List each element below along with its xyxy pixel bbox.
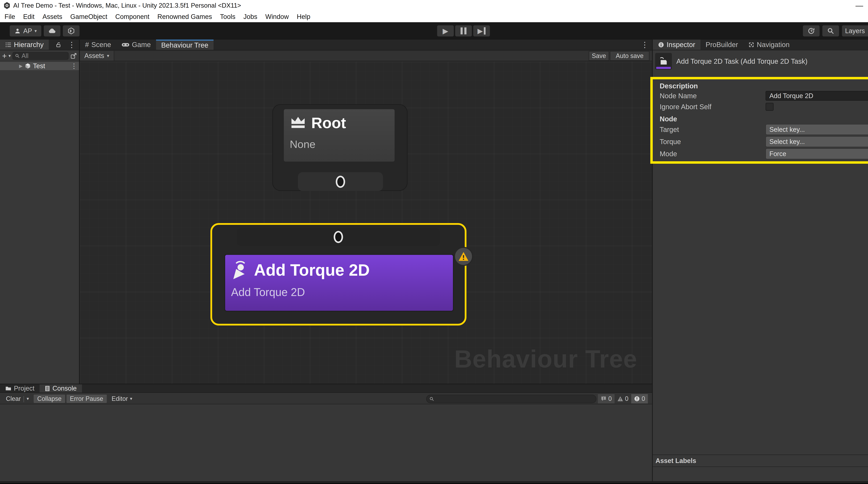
hierarchy-search-input[interactable]: All xyxy=(12,52,69,60)
task-input-port[interactable] xyxy=(334,231,343,243)
node-name-input[interactable] xyxy=(766,91,868,101)
node-section-header: Node xyxy=(660,115,868,123)
graph-tabstrip: # Scene Game Behaviour Tree ⋮ xyxy=(80,39,652,50)
navigation-icon xyxy=(748,42,754,48)
menu-file[interactable]: File xyxy=(4,13,15,21)
tab-navigation[interactable]: Navigation xyxy=(743,39,795,50)
menu-gameobject[interactable]: GameObject xyxy=(70,13,107,21)
root-node-title: Root xyxy=(311,114,346,132)
save-button[interactable]: Save xyxy=(589,52,609,60)
tab-project-label: Project xyxy=(14,385,34,392)
account-dropdown[interactable]: AP ▾ xyxy=(10,25,41,36)
torque-key-dropdown[interactable]: Select key... ▾ xyxy=(766,136,868,147)
warning-count-toggle[interactable]: 0 xyxy=(615,394,631,403)
chevron-down-icon[interactable]: ▾ xyxy=(8,53,11,59)
asset-labels-header[interactable]: Asset Labels xyxy=(653,454,868,467)
info-bubble-icon xyxy=(601,396,607,402)
menu-window[interactable]: Window xyxy=(265,13,289,21)
kebab-menu-icon[interactable]: ⋮ xyxy=(71,63,77,69)
tab-hierarchy[interactable]: Hierarchy xyxy=(0,39,49,50)
editor-dropdown[interactable]: Editor ▾ xyxy=(108,395,136,403)
tab-game[interactable]: Game xyxy=(116,39,156,50)
clear-button[interactable]: Clear | ▾ xyxy=(2,395,32,403)
error-count: 0 xyxy=(642,395,645,402)
error-circle-icon xyxy=(634,396,640,402)
ignore-abort-checkbox[interactable] xyxy=(766,103,774,111)
cloud-services-button[interactable] xyxy=(44,25,60,36)
pause-button[interactable] xyxy=(455,25,472,36)
window-controls: — ✕ xyxy=(846,0,868,11)
target-key-dropdown[interactable]: Select key... ▾ xyxy=(766,124,868,135)
menu-tools[interactable]: Tools xyxy=(220,13,236,21)
inspector-tabstrip: Inspector ProBuilder Navigation ⋮ xyxy=(653,39,868,50)
mode-dropdown[interactable]: Force ▾ xyxy=(766,148,868,159)
assets-menu-button[interactable]: Assets ▾ xyxy=(80,51,115,61)
node-name-label: Node Name xyxy=(660,92,766,100)
tab-scene[interactable]: # Scene xyxy=(80,39,116,50)
search-icon xyxy=(429,396,434,401)
tab-probuilder[interactable]: ProBuilder xyxy=(701,39,743,50)
chevron-down-icon: ▾ xyxy=(130,396,132,401)
hierarchy-tabstrip: Hierarchy ⋮ xyxy=(0,39,79,50)
add-torque-2d-node[interactable]: Add Torque 2D Add Torque 2D xyxy=(210,223,466,326)
autosave-button[interactable]: Auto save xyxy=(610,52,649,60)
history-clock-icon xyxy=(807,27,815,35)
kebab-menu-icon[interactable]: ⋮ xyxy=(641,41,649,49)
inspector-header: Add Torque 2D Task (Add Torque 2D Task) … xyxy=(653,51,868,72)
search-button[interactable] xyxy=(823,25,839,36)
step-button[interactable]: ▶ xyxy=(473,25,490,36)
collapse-button[interactable]: Collapse xyxy=(34,395,65,403)
play-button[interactable]: ▶ xyxy=(437,25,454,36)
console-search-input[interactable] xyxy=(426,395,596,403)
hierarchy-item-test[interactable]: ▶ Test ⋮ xyxy=(0,62,79,70)
tab-console[interactable]: Console xyxy=(39,384,82,393)
inspector-panel: Inspector ProBuilder Navigation ⋮ xyxy=(653,39,868,481)
tab-inspector-label: Inspector xyxy=(666,41,695,49)
tab-console-label: Console xyxy=(53,385,76,392)
menu-jobs[interactable]: Jobs xyxy=(243,13,257,21)
mode-label: Mode xyxy=(660,150,766,158)
tab-navigation-label: Navigation xyxy=(757,41,789,49)
menu-assets[interactable]: Assets xyxy=(42,13,62,21)
person-icon xyxy=(14,28,21,34)
disclosure-triangle-icon[interactable]: ▶ xyxy=(19,63,23,69)
menu-help[interactable]: Help xyxy=(297,13,310,21)
behaviour-tree-panel: # Scene Game Behaviour Tree ⋮ Assets ▾ xyxy=(80,39,652,384)
root-output-port[interactable] xyxy=(336,176,345,188)
lock-icon[interactable] xyxy=(55,42,62,48)
menu-renowned-games[interactable]: Renowned Games xyxy=(157,13,212,21)
warning-triangle-icon xyxy=(617,396,623,401)
add-object-button[interactable]: + xyxy=(2,51,7,61)
kebab-menu-icon[interactable]: ⋮ xyxy=(68,41,75,49)
main-toolbar: AP ▾ ▶ ▶ xyxy=(0,22,868,39)
tab-project[interactable]: Project xyxy=(0,384,39,393)
chevron-down-icon: ▾ xyxy=(27,396,29,401)
task-node-title: Add Torque 2D xyxy=(254,261,370,279)
menu-component[interactable]: Component xyxy=(115,13,149,21)
menu-edit[interactable]: Edit xyxy=(23,13,34,21)
error-pause-button[interactable]: Error Pause xyxy=(66,395,107,403)
error-count-toggle[interactable]: 0 xyxy=(631,394,648,403)
graph-watermark: Behaviour Tree xyxy=(454,345,637,373)
root-node[interactable]: Root None xyxy=(272,104,408,191)
cloud-icon xyxy=(48,28,56,34)
pause-icon xyxy=(461,27,466,34)
open-in-window-icon[interactable] xyxy=(70,53,77,59)
undo-history-button[interactable] xyxy=(803,25,819,36)
node-warning-badge[interactable] xyxy=(454,247,473,266)
version-control-button[interactable] xyxy=(63,25,80,36)
layers-label: Layers xyxy=(845,27,865,35)
task-asset-thumbnail xyxy=(655,53,672,70)
info-count-toggle[interactable]: 0 xyxy=(598,394,615,403)
graph-toolbar: Assets ▾ Save Auto save xyxy=(80,51,652,61)
tab-behaviour-tree[interactable]: Behaviour Tree xyxy=(156,39,214,50)
minimize-button[interactable]: — xyxy=(846,0,868,11)
tab-inspector[interactable]: Inspector xyxy=(653,39,701,50)
inspector-title: Add Torque 2D Task (Add Torque 2D Task) xyxy=(676,57,807,65)
graph-canvas[interactable]: Behaviour Tree Root None xyxy=(80,62,652,384)
search-icon xyxy=(827,27,834,34)
plastic-scm-icon xyxy=(67,27,75,34)
layers-dropdown[interactable]: Layers ▾ xyxy=(842,25,868,36)
folder-icon xyxy=(5,386,11,391)
ignore-abort-self-label: Ignore Abort Self xyxy=(660,103,766,111)
